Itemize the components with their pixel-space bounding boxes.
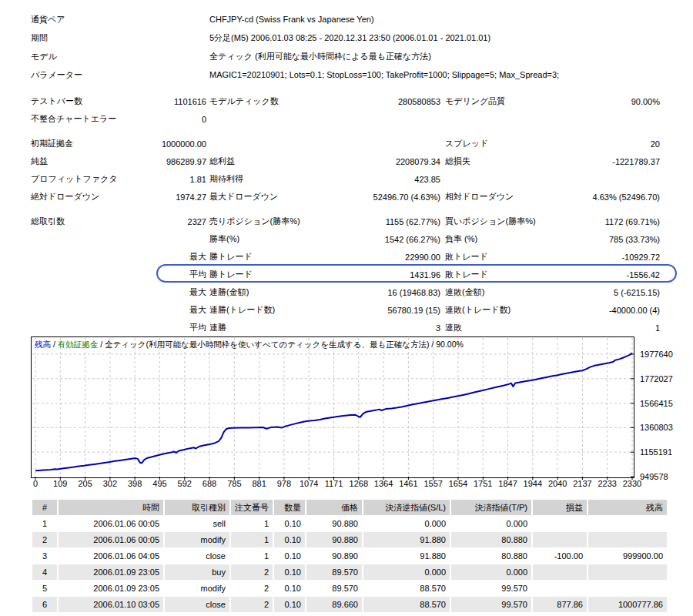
cell: 0.000 — [363, 613, 450, 616]
legend-equity-label: 有効証拠金 — [58, 340, 99, 349]
table-row: 32006.01.06 04:05close10.1090.89091.8808… — [32, 548, 667, 564]
cell: 2006.01.09 23:05 — [59, 564, 163, 580]
cell — [533, 532, 587, 547]
cell — [533, 516, 587, 531]
stat-value-3: 1 — [545, 323, 660, 333]
column-header: # — [32, 500, 57, 515]
cell: 90.880 — [306, 516, 362, 531]
stat-value-2: 1155 (62.77%) — [323, 217, 440, 226]
stat-label-3: 敗トレード — [445, 269, 545, 280]
stat-label-3: 負率 (%) — [445, 233, 545, 245]
stat-value-2: 22990.00 — [323, 253, 440, 262]
cell: 90.880 — [306, 532, 362, 547]
cell: 1 — [32, 516, 57, 531]
stat-value-2: 1542 (66.27%) — [323, 235, 440, 244]
cell: 0.10 — [274, 581, 305, 596]
legend-separator: / — [429, 340, 436, 349]
cell: 89.330 — [306, 613, 362, 616]
cell: 80.880 — [451, 548, 531, 564]
cell: 0.000 — [451, 564, 531, 580]
cell: -100.00 — [533, 548, 587, 564]
cell: 0.000 — [363, 564, 450, 580]
stat-label-2: 連勝(金額) — [209, 286, 323, 298]
cell: 877.86 — [533, 597, 587, 612]
stat-row: 総取引数 2327 売りポジション(勝率%) 1155 (62.77%) 買いポ… — [31, 213, 670, 230]
cell: 88.570 — [363, 597, 450, 612]
stat-value-1: 1000000.00 — [139, 139, 206, 149]
stat-value-1: 2327 — [139, 217, 206, 226]
stat-value-3: 5 (-6215.15) — [545, 288, 660, 297]
y-axis-tick-label: 1977640 — [640, 350, 673, 359]
stat-label-1: テストバー数 — [31, 95, 139, 107]
cell: close — [165, 597, 229, 612]
column-header: 決済逆指値(S/L) — [363, 500, 450, 515]
cell: 2006.01.06 04:05 — [59, 548, 163, 564]
stat-label-2: 最大ドローダウン — [209, 191, 323, 203]
cell: 0.10 — [274, 516, 305, 531]
cell: 7 — [32, 613, 57, 616]
cell: modify — [165, 532, 229, 547]
stats-section: テストバー数 1101616 モデルティック数 280580853 モデリング品… — [31, 92, 670, 336]
cell: 80.880 — [451, 532, 531, 547]
stat-label-2: 勝トレード — [209, 251, 323, 263]
info-value: CHFJPY-cd (Swiss Frank vs Japanese Yen) — [209, 15, 374, 24]
stat-label-3: 相対ドローダウン — [445, 191, 545, 203]
stat-label-1: 初期証拠金 — [31, 138, 139, 149]
stat-value-1: 平均 — [139, 269, 206, 280]
cell: 2006.01.06 00:05 — [59, 516, 163, 531]
column-header: 時間 — [59, 500, 163, 515]
stat-label-2: 勝率(%) — [209, 233, 323, 245]
stat-label-3: 連敗(金額) — [445, 286, 545, 298]
stat-label-3: モデリング品質 — [445, 95, 545, 107]
stat-value-3: -1556.42 — [545, 270, 660, 280]
info-label: 期間 — [31, 32, 209, 44]
strategy-tester-report: { "info": { "rows": [ {"label":"通貨ペア","v… — [0, 0, 693, 616]
stat-value-3: -10929.72 — [545, 253, 660, 262]
cell: 99.570 — [451, 597, 531, 612]
cell — [588, 516, 667, 531]
stat-label-2: 売りポジション(勝率%) — [209, 216, 323, 227]
stat-row: 勝率(%) 1542 (66.27%) 負率 (%) 785 (33.73%) — [31, 230, 670, 248]
cell: 2006.01.09 23:05 — [59, 581, 163, 596]
stat-row: 最大 勝トレード 22990.00 敗トレード -10929.72 — [31, 248, 670, 266]
trade-history-table: #時間取引種別注文番号数量価格決済逆指値(S/L)決済指値(T/P)損益残高 1… — [31, 499, 668, 616]
cell: modify — [165, 581, 229, 596]
cell: 2 — [32, 532, 57, 547]
table-row: 12006.01.06 00:05sell10.1090.8800.0000.0… — [32, 516, 667, 531]
cell — [533, 581, 587, 596]
cell: 5 — [32, 581, 57, 596]
stat-row: 最大 連勝(トレード数) 56780.19 (15) 連敗(トレード数) -40… — [31, 301, 670, 319]
cell: 1 — [231, 532, 273, 547]
stat-label-1: 純益 — [31, 156, 139, 167]
cell: 90.890 — [306, 548, 362, 564]
stat-value-1: 1.81 — [139, 175, 206, 184]
column-header: 数量 — [274, 500, 305, 515]
cell — [588, 613, 667, 616]
info-row: 通貨ペア CHFJPY-cd (Swiss Frank vs Japanese … — [31, 10, 559, 28]
chart-legend: 残高 / 有効証拠金 / 全ティック(利用可能な最小時間枠を使いすべてのティック… — [35, 340, 464, 350]
cell: 2006.01.10 03:05 — [59, 597, 163, 612]
stat-row: 平均 連勝 3 連敗 1 — [31, 319, 670, 336]
stat-label-1: プロフィットファクタ — [31, 173, 139, 185]
stat-row: 平均 勝トレード 1431.96 敗トレード -1556.42 — [31, 266, 670, 283]
info-label: パラメーター — [31, 69, 209, 81]
cell: 0.000 — [451, 613, 531, 616]
stat-value-3: -40000.00 (4) — [545, 306, 660, 315]
stat-label-2: 連勝 — [209, 322, 323, 333]
stat-value-2: 52496.70 (4.63%) — [323, 192, 440, 202]
info-value: 5分足(M5) 2006.01.03 08:25 - 2020.12.31 23… — [209, 32, 490, 44]
stat-value-1: 最大 — [139, 286, 206, 298]
stat-row: プロフィットファクタ 1.81 期待利得 423.85 — [31, 170, 670, 188]
stat-label-2: 総利益 — [209, 156, 323, 167]
stat-label-3: 連敗 — [445, 322, 545, 333]
stat-label-2: 連勝(トレード数) — [209, 304, 323, 316]
info-value: MAGIC1=20210901; Lots=0.1; StopLoss=100;… — [209, 70, 559, 79]
stat-label-1: 総取引数 — [31, 216, 139, 227]
cell: close — [165, 548, 229, 564]
stat-value-1: 986289.97 — [139, 157, 206, 166]
y-axis-tick-label: 949578 — [640, 472, 668, 481]
column-header: 残高 — [588, 500, 667, 515]
y-axis-tick-label: 1566415 — [640, 399, 673, 408]
stat-row: 最大 連勝(金額) 16 (19468.83) 連敗(金額) 5 (-6215.… — [31, 283, 670, 301]
cell: 6 — [32, 597, 57, 612]
